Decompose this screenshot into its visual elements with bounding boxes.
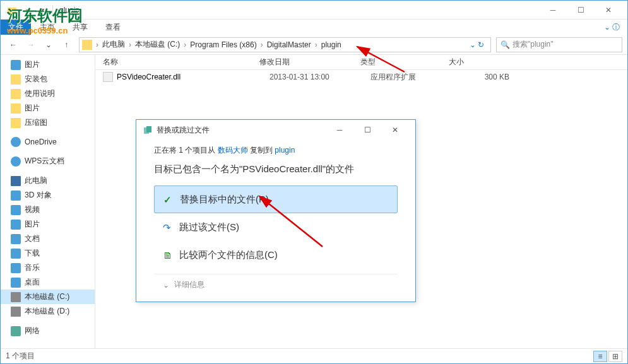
folder-icon	[82, 40, 92, 50]
back-button[interactable]: ←	[6, 37, 21, 52]
folder-icon	[6, 4, 18, 16]
crumb-plugin[interactable]: plugin	[319, 40, 344, 49]
details-toggle[interactable]: ⌄ 详细信息	[154, 274, 398, 295]
sidebar-item-3d[interactable]: 3D 对象	[1, 188, 95, 203]
tab-share[interactable]: 共享	[64, 20, 97, 35]
onedrive-icon	[11, 137, 21, 147]
folder-icon	[11, 118, 21, 128]
folder-icon	[11, 103, 21, 114]
crumb-dm[interactable]: DigitalMaster	[264, 40, 314, 49]
nav-bar: ← → ⌄ ↑ › 此电脑 › 本地磁盘 (C:) › Program File…	[1, 35, 627, 55]
col-size[interactable]: 大小	[449, 57, 512, 68]
tab-view[interactable]: 查看	[97, 20, 129, 35]
dll-icon	[103, 72, 113, 82]
copy-info: 正在将 1 个项目从 数码大师 复制到 plugin	[154, 145, 398, 156]
window-title: plugin	[59, 6, 80, 15]
disk-icon	[11, 307, 21, 317]
sidebar-item-wps[interactable]: WPS云文档	[1, 154, 95, 168]
crumb-pf[interactable]: Program Files (x86)	[187, 40, 259, 49]
file-row[interactable]: PSVideoCreater.dll 2013-01-31 13:00 应用程序…	[95, 70, 627, 84]
sidebar-item-documents[interactable]: 文档	[1, 232, 95, 246]
conflict-message: 目标已包含一个名为"PSVideoCreater.dll"的文件	[154, 163, 398, 175]
col-date[interactable]: 修改日期	[259, 57, 360, 68]
close-button[interactable]: ✕	[595, 1, 622, 20]
recent-dropdown[interactable]: ⌄	[41, 37, 56, 52]
file-date: 2013-01-31 13:00	[270, 73, 370, 81]
tab-file[interactable]: 文件	[1, 20, 31, 35]
wps-icon	[11, 156, 21, 167]
sidebar-item-downloads[interactable]: 下载	[1, 246, 95, 261]
copy-dest-link[interactable]: plugin	[275, 146, 295, 155]
3d-icon	[11, 191, 21, 201]
separator	[52, 5, 53, 15]
skip-icon: ↷	[163, 222, 173, 232]
compare-icon: 🗎	[163, 250, 173, 260]
sidebar-item-disk-c[interactable]: 本地磁盘 (C:)	[1, 290, 95, 304]
folder-icon	[11, 89, 21, 99]
view-details-button[interactable]: ≡	[593, 351, 607, 362]
sidebar-item-images[interactable]: 图片	[1, 101, 95, 115]
sidebar-item-disk-d[interactable]: 本地磁盘 (D:)	[1, 304, 95, 319]
column-headers: 名称 修改日期 类型 大小	[95, 55, 627, 70]
sidebar-item-thispc[interactable]: 此电脑	[1, 173, 95, 188]
sidebar-item-videos[interactable]: 视频	[1, 203, 95, 217]
title-bar: ▫ ▾ plugin ─ ☐ ✕	[1, 1, 627, 20]
sidebar-item-compressed[interactable]: 压缩图	[1, 115, 95, 130]
help-icon[interactable]: ⌄ ⓘ	[596, 22, 627, 33]
copy-source-link[interactable]: 数码大师	[218, 146, 248, 155]
video-icon	[11, 205, 21, 215]
dialog-close[interactable]: ✕	[381, 121, 409, 139]
downloads-icon	[11, 249, 21, 259]
forward-button[interactable]: →	[23, 37, 39, 52]
chevron-icon[interactable]: ›	[259, 40, 264, 49]
sidebar-item-desktop[interactable]: 桌面	[1, 275, 95, 290]
search-icon: 🔍	[501, 40, 510, 49]
option-skip[interactable]: ↷ 跳过该文件(S)	[154, 213, 398, 241]
option-compare-label: 比较两个文件的信息(C)	[179, 249, 278, 261]
maximize-button[interactable]: ☐	[567, 1, 595, 20]
address-bar[interactable]: › 此电脑 › 本地磁盘 (C:) › Program Files (x86) …	[79, 37, 491, 52]
svg-rect-4	[146, 126, 151, 132]
dialog-maximize[interactable]: ☐	[353, 121, 381, 139]
pictures-icon	[11, 220, 21, 230]
col-type[interactable]: 类型	[360, 57, 449, 68]
copy-icon	[143, 125, 153, 135]
sidebar-item-network[interactable]: 网络	[1, 324, 95, 338]
tab-home[interactable]: 主页	[31, 20, 64, 35]
view-icons-button[interactable]: ⊞	[608, 351, 622, 362]
search-input[interactable]: 🔍 搜索"plugin"	[496, 37, 622, 52]
chevron-icon[interactable]: ›	[95, 40, 100, 49]
chevron-icon[interactable]: ›	[182, 40, 187, 49]
svg-rect-0	[8, 8, 16, 14]
crumb-drive[interactable]: 本地磁盘 (C:)	[133, 39, 182, 50]
chevron-icon[interactable]: ›	[314, 40, 319, 49]
details-label: 详细信息	[174, 279, 204, 290]
check-icon: ✓	[163, 194, 174, 204]
sidebar-item-pictures2[interactable]: 图片	[1, 217, 95, 232]
sidebar-item-onedrive[interactable]: OneDrive	[1, 135, 95, 149]
minimize-button[interactable]: ─	[539, 1, 567, 20]
disk-icon	[11, 292, 21, 302]
documents-icon	[11, 234, 21, 244]
properties-icon[interactable]: ▫	[21, 4, 33, 16]
file-type: 应用程序扩展	[370, 72, 459, 83]
option-compare[interactable]: 🗎 比较两个文件的信息(C)	[154, 241, 398, 269]
sidebar-item-install[interactable]: 安装包	[1, 72, 95, 86]
sidebar-item-pictures[interactable]: 图片	[1, 57, 95, 72]
crumb-thispc[interactable]: 此电脑	[100, 39, 127, 50]
option-replace-label: 替换目标中的文件(R)	[180, 194, 269, 206]
desktop-icon	[11, 278, 21, 288]
dropdown-icon[interactable]: ▾	[36, 4, 49, 16]
file-size: 300 KB	[459, 73, 522, 81]
up-button[interactable]: ↑	[59, 37, 74, 52]
option-replace[interactable]: ✓ 替换目标中的文件(R)	[154, 185, 398, 213]
item-count: 1 个项目	[6, 351, 35, 361]
sidebar-item-music[interactable]: 音乐	[1, 261, 95, 275]
refresh-button[interactable]: ⌄ ↻	[466, 40, 488, 49]
col-name[interactable]: 名称	[95, 57, 259, 68]
dialog-minimize[interactable]: ─	[326, 121, 353, 139]
chevron-down-icon: ⌄	[163, 281, 169, 290]
chevron-icon[interactable]: ›	[127, 40, 133, 49]
option-skip-label: 跳过该文件(S)	[179, 221, 239, 233]
sidebar-item-readme[interactable]: 使用说明	[1, 86, 95, 101]
